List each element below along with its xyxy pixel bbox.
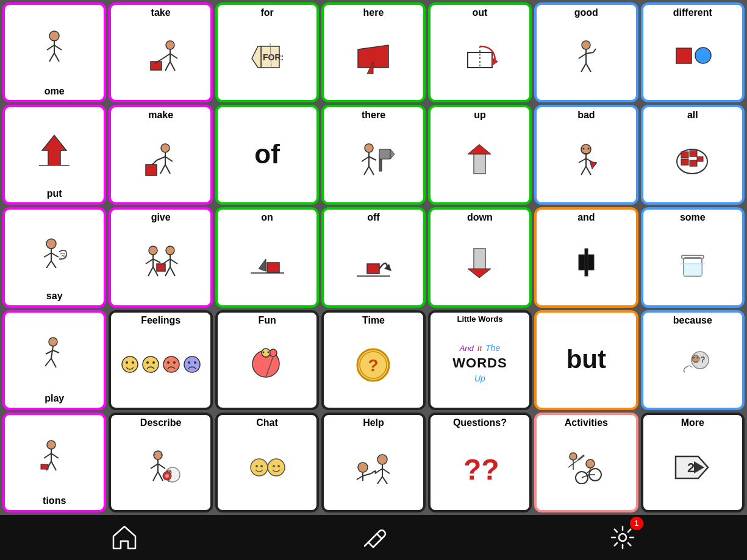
svg-point-116 — [173, 361, 176, 364]
cell-play[interactable]: play — [2, 310, 106, 410]
cell-for[interactable]: for FOR: — [215, 2, 319, 102]
icon-there — [326, 121, 420, 199]
svg-marker-95 — [468, 269, 491, 278]
cell-label: Time — [362, 315, 385, 326]
icon-little-words: And It The WORDS Up — [433, 324, 527, 404]
cell-label: Help — [363, 417, 384, 428]
svg-line-170 — [357, 476, 363, 480]
settings-badge: 1 — [630, 517, 643, 530]
icon-all — [646, 121, 740, 199]
home-button[interactable] — [106, 519, 143, 556]
cell-but[interactable]: but but — [534, 310, 638, 410]
cell-chat[interactable]: Chat — [215, 413, 319, 512]
cell-out[interactable]: out — [428, 2, 532, 102]
svg-point-168 — [358, 463, 368, 472]
svg-point-118 — [188, 361, 190, 364]
cell-some[interactable]: some — [641, 207, 745, 307]
cell-make[interactable]: make — [109, 105, 212, 205]
cell-of[interactable]: of of — [215, 105, 319, 205]
edit-button[interactable] — [355, 519, 391, 556]
svg-point-68 — [46, 239, 56, 249]
cell-help[interactable]: Help — [321, 413, 425, 512]
cell-say[interactable]: say — [2, 207, 106, 307]
icon-and — [539, 223, 633, 302]
cell-on[interactable]: on — [215, 207, 319, 307]
svg-line-5 — [54, 53, 59, 62]
svg-point-112 — [146, 361, 149, 364]
cell-label: make — [148, 110, 173, 121]
cell-label: and — [577, 212, 595, 223]
svg-point-162 — [377, 455, 387, 464]
svg-text:??: ?? — [463, 453, 499, 484]
cell-little-words[interactable]: Little Words And It The WORDS Up — [428, 310, 532, 410]
cell-here[interactable]: here — [321, 2, 425, 102]
svg-point-124 — [263, 352, 265, 353]
svg-line-47 — [369, 166, 374, 175]
cell-label: out — [472, 7, 487, 18]
svg-text:?: ? — [700, 355, 706, 364]
cell-time[interactable]: Time ? — [321, 310, 425, 410]
cell-good[interactable]: good — [534, 2, 638, 102]
svg-line-171 — [363, 473, 371, 476]
svg-point-121 — [270, 349, 277, 356]
svg-line-45 — [369, 157, 376, 160]
cell-label: Chat — [256, 417, 278, 428]
svg-line-9 — [170, 54, 177, 58]
svg-point-161 — [277, 465, 280, 467]
svg-line-145 — [151, 464, 158, 469]
svg-line-10 — [165, 62, 170, 71]
cell-describe[interactable]: Describe — [109, 413, 212, 512]
cell-label: Little Words — [457, 315, 502, 324]
svg-point-159 — [268, 459, 285, 476]
cell-up[interactable]: up — [428, 105, 532, 205]
icon-tions — [7, 417, 101, 496]
svg-text:FOR:: FOR: — [263, 52, 284, 62]
cell-label: here — [363, 7, 384, 18]
icon-up — [433, 121, 527, 199]
cell-label: tions — [43, 495, 66, 506]
cell-label: bad — [577, 110, 595, 121]
svg-line-36 — [157, 157, 165, 160]
cell-put[interactable]: put — [2, 105, 106, 205]
cell-there[interactable]: there — [321, 105, 425, 205]
svg-point-42 — [365, 144, 373, 152]
cell-take[interactable]: take — [109, 2, 212, 102]
cell-label: take — [151, 7, 171, 18]
icon-put — [7, 110, 101, 188]
svg-line-107 — [51, 358, 56, 367]
cell-off[interactable]: off — [321, 207, 425, 307]
icon-time: ? — [326, 325, 420, 404]
cell-different[interactable]: different — [641, 2, 745, 102]
svg-marker-49 — [379, 149, 390, 159]
cell-ome[interactable]: ome — [2, 2, 106, 102]
svg-point-115 — [167, 361, 170, 364]
cell-and[interactable]: and — [534, 207, 638, 307]
svg-point-132 — [697, 356, 699, 358]
cell-give[interactable]: give — [109, 207, 212, 307]
icon-bad — [539, 121, 633, 199]
cell-activities[interactable]: Activities — [534, 413, 638, 512]
icon-ome — [7, 7, 101, 86]
svg-line-73 — [51, 261, 56, 268]
cell-bad[interactable]: bad — [534, 105, 638, 205]
svg-line-3 — [54, 45, 62, 50]
svg-point-152 — [170, 471, 171, 472]
cell-because[interactable]: because ? — [641, 310, 745, 410]
cell-tions[interactable]: tions — [2, 413, 106, 512]
svg-line-77 — [153, 259, 160, 263]
settings-button[interactable]: 1 — [604, 519, 641, 556]
svg-line-139 — [51, 461, 56, 470]
cell-label: on — [261, 212, 273, 223]
cell-all[interactable]: all — [641, 105, 745, 205]
cell-questions[interactable]: Questions? ?? — [428, 413, 532, 512]
svg-line-147 — [153, 472, 158, 481]
cell-feelings[interactable]: Feelings — [109, 310, 212, 410]
svg-point-108 — [122, 356, 138, 372]
cell-fun[interactable]: Fun — [215, 310, 319, 410]
svg-line-148 — [158, 472, 163, 481]
icon-but: but — [539, 315, 633, 404]
svg-line-105 — [53, 350, 59, 353]
cell-more[interactable]: More 2 — [641, 413, 745, 512]
svg-point-109 — [126, 361, 128, 364]
cell-down[interactable]: down — [428, 207, 532, 307]
